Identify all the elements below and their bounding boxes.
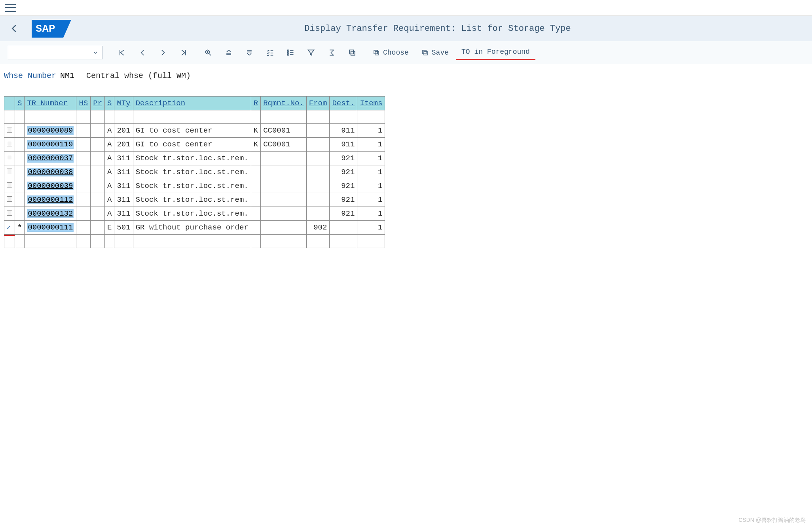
first-icon[interactable]	[112, 45, 131, 60]
row-r	[251, 221, 260, 235]
row-star	[15, 124, 25, 138]
row-rqmnt	[261, 179, 307, 193]
checklist-icon[interactable]	[260, 45, 279, 60]
svg-rect-2	[288, 50, 289, 51]
to-in-foreground-button[interactable]: TO in Foreground	[456, 45, 535, 60]
svg-rect-5	[349, 50, 353, 54]
col-r[interactable]: R	[251, 97, 260, 110]
col-s[interactable]: S	[15, 97, 25, 110]
row-selector[interactable]: ✓	[4, 221, 15, 235]
row-s: A	[105, 152, 114, 165]
col-s2[interactable]: S	[105, 97, 114, 110]
table-row[interactable]: ✓*0000000111E501GR without purchase orde…	[4, 221, 385, 235]
col-rqmnt[interactable]: Rqmnt.No.	[261, 97, 307, 110]
col-mty[interactable]: MTy	[114, 97, 133, 110]
table-row[interactable]: 0000000089A201GI to cost centerKCC000191…	[4, 124, 385, 138]
col-hs[interactable]: HS	[76, 97, 91, 110]
col-from[interactable]: From	[306, 97, 330, 110]
table-row[interactable]: 0000000112A311Stock tr.stor.loc.st.rem.9…	[4, 193, 385, 207]
row-rqmnt	[261, 152, 307, 165]
table-row[interactable]: 0000000039A311Stock tr.stor.loc.st.rem.9…	[4, 179, 385, 193]
svg-rect-3	[288, 52, 289, 53]
row-tr-number[interactable]: 0000000038	[25, 165, 76, 179]
svg-rect-10	[424, 51, 427, 55]
row-items: 1	[357, 221, 385, 235]
row-r: K	[251, 138, 260, 152]
to-in-foreground-label: TO in Foreground	[461, 48, 530, 56]
row-pr	[91, 193, 105, 207]
whse-label: Whse Number	[4, 71, 56, 80]
copy-icon[interactable]	[343, 45, 362, 60]
row-dest: 921	[330, 165, 357, 179]
row-tr-number[interactable]: 0000000111	[25, 221, 76, 235]
col-description[interactable]: Description	[133, 97, 251, 110]
row-tr-number[interactable]: 0000000119	[25, 138, 76, 152]
back-button[interactable]	[8, 24, 20, 33]
row-mty: 201	[114, 124, 133, 138]
save-button[interactable]: Save	[416, 45, 454, 60]
row-selector[interactable]	[4, 179, 15, 193]
row-selector[interactable]	[4, 193, 15, 207]
zoom-icon[interactable]	[199, 45, 218, 60]
toolbar-dropdown[interactable]	[8, 46, 103, 59]
sap-logo: SAP	[32, 20, 71, 38]
row-selector[interactable]	[4, 165, 15, 179]
prev-icon[interactable]	[133, 45, 152, 60]
row-rqmnt: CC0001	[261, 124, 307, 138]
sort-desc-icon[interactable]	[240, 45, 259, 60]
row-tr-number[interactable]: 0000000089	[25, 124, 76, 138]
row-rqmnt	[261, 221, 307, 235]
row-selector[interactable]	[4, 207, 15, 221]
row-selector[interactable]	[4, 124, 15, 138]
row-from	[306, 179, 330, 193]
next-icon[interactable]	[154, 45, 173, 60]
row-s: A	[105, 193, 114, 207]
row-description: Stock tr.stor.loc.st.rem.	[133, 207, 251, 221]
row-r	[251, 165, 260, 179]
row-from	[306, 152, 330, 165]
sort-asc-icon[interactable]	[219, 45, 238, 60]
row-tr-number[interactable]: 0000000037	[25, 152, 76, 165]
row-hs	[76, 193, 91, 207]
settings-list-icon[interactable]	[281, 45, 300, 60]
row-pr	[91, 165, 105, 179]
row-star	[15, 193, 25, 207]
col-tr-number[interactable]: TR Number	[25, 97, 76, 110]
col-dest[interactable]: Dest.	[330, 97, 357, 110]
col-items[interactable]: Items	[357, 97, 385, 110]
col-sel[interactable]	[4, 97, 15, 110]
row-star: *	[15, 221, 25, 235]
row-tr-number[interactable]: 0000000132	[25, 207, 76, 221]
row-mty: 201	[114, 138, 133, 152]
row-star	[15, 152, 25, 165]
row-hs	[76, 179, 91, 193]
row-items: 1	[357, 207, 385, 221]
table-row[interactable]: 0000000038A311Stock tr.stor.loc.st.rem.9…	[4, 165, 385, 179]
row-tr-number[interactable]: 0000000112	[25, 193, 76, 207]
table-row[interactable]: 0000000037A311Stock tr.stor.loc.st.rem.9…	[4, 152, 385, 165]
row-description: GI to cost center	[133, 138, 251, 152]
row-items: 1	[357, 179, 385, 193]
hamburger-icon[interactable]	[5, 4, 16, 12]
sum-icon[interactable]	[322, 45, 341, 60]
col-pr[interactable]: Pr	[91, 97, 105, 110]
row-rqmnt	[261, 193, 307, 207]
table-row[interactable]: 0000000132A311Stock tr.stor.loc.st.rem.9…	[4, 207, 385, 221]
svg-rect-6	[351, 51, 355, 55]
whse-description: Central whse (full WM)	[86, 71, 191, 80]
page-title: Display Transfer Requirement: List for S…	[71, 24, 804, 34]
last-icon[interactable]	[174, 45, 193, 60]
filter-icon[interactable]	[302, 45, 321, 60]
row-selector[interactable]	[4, 152, 15, 165]
tr-table: S TR Number HS Pr S MTy Description R Rq…	[4, 96, 385, 248]
row-description: Stock tr.stor.loc.st.rem.	[133, 165, 251, 179]
choose-button[interactable]: Choose	[367, 45, 414, 60]
svg-rect-7	[374, 50, 378, 54]
row-r	[251, 207, 260, 221]
row-selector[interactable]	[4, 138, 15, 152]
row-pr	[91, 207, 105, 221]
row-tr-number[interactable]: 0000000039	[25, 179, 76, 193]
toolbar: Choose Save TO in Foreground	[0, 41, 812, 64]
table-row[interactable]: 0000000119A201GI to cost centerKCC000191…	[4, 138, 385, 152]
row-mty: 311	[114, 165, 133, 179]
